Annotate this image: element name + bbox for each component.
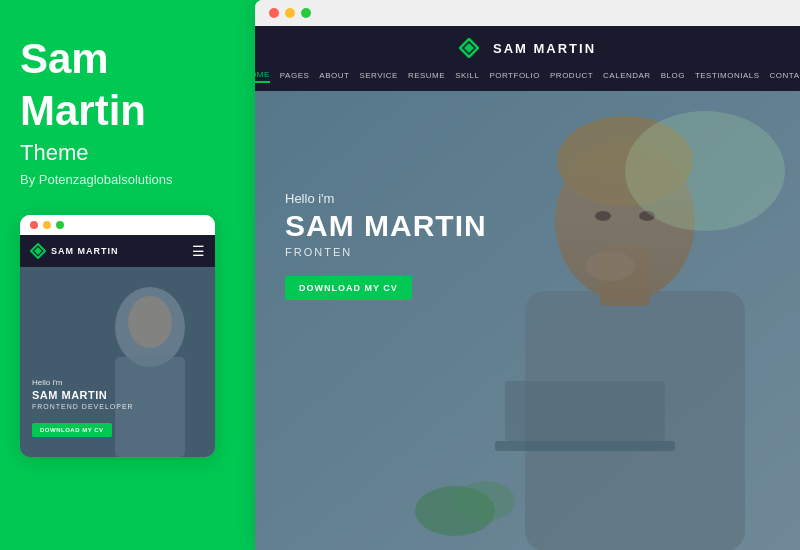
mobile-role: FRONTEND DEVELOPER: [32, 403, 134, 410]
nav-link-testimonials[interactable]: TESTIMONIALS: [695, 69, 760, 82]
dot-yellow: [43, 221, 51, 229]
desktop-nav-links: HOME PAGES ABOUT SERVICE RESUME SKILL PO…: [255, 68, 800, 91]
mobile-nav-logo: SAM MARTIN: [30, 243, 119, 259]
desktop-window-dots: [255, 0, 800, 26]
mobile-hello: Hello i'm: [32, 378, 134, 387]
nav-link-skill[interactable]: SKILL: [455, 69, 479, 82]
nav-link-calendar[interactable]: CALENDAR: [603, 69, 651, 82]
svg-marker-8: [464, 43, 474, 53]
mobile-preview: SAM MARTIN ☰ Hello i'm SAM MARTIN FRONTE…: [20, 215, 215, 457]
dot-green: [56, 221, 64, 229]
nav-link-contact[interactable]: CONTACT: [770, 69, 800, 82]
desktop-nav: SAM MARTIN HOME PAGES ABOUT SERVICE RESU…: [255, 26, 800, 91]
nav-link-resume[interactable]: RESUME: [408, 69, 445, 82]
theme-title: Sam Martin: [20, 36, 228, 140]
nav-link-pages[interactable]: PAGES: [280, 69, 309, 82]
hamburger-icon[interactable]: ☰: [192, 243, 205, 259]
theme-by: By Potenzaglobalsolutions: [20, 172, 228, 187]
desktop-hello: Hello i'm: [285, 191, 487, 206]
desktop-dot-yellow: [285, 8, 295, 18]
desktop-cv-button[interactable]: DOWNLOAD MY CV: [285, 276, 412, 300]
mobile-hero: Hello i'm SAM MARTIN FRONTEND DEVELOPER …: [20, 267, 215, 457]
mobile-brand: SAM MARTIN: [51, 246, 119, 256]
desktop-name: SAM MARTIN: [285, 211, 487, 241]
nav-link-service[interactable]: SERVICE: [359, 69, 397, 82]
desktop-hero: Hello i'm SAM MARTIN FRONTEN DOWNLOAD MY…: [255, 91, 800, 550]
mobile-hero-text: Hello i'm SAM MARTIN FRONTEND DEVELOPER …: [32, 378, 134, 437]
nav-link-portfolio[interactable]: PORTFOLIO: [489, 69, 540, 82]
dot-red: [30, 221, 38, 229]
left-panel: Sam Martin Theme By Potenzaglobalsolutio…: [0, 0, 248, 550]
hero-person-illustration: [255, 91, 800, 550]
nav-link-blog[interactable]: BLOG: [661, 69, 685, 82]
desktop-nav-brand-row: SAM MARTIN: [459, 26, 596, 68]
mobile-cv-button[interactable]: DOWNLOAD MY CV: [32, 423, 112, 437]
nav-link-home[interactable]: HOME: [255, 68, 270, 83]
mobile-nav: SAM MARTIN ☰: [20, 235, 215, 267]
nav-link-product[interactable]: PRODUCT: [550, 69, 593, 82]
desktop-brand: SAM MARTIN: [493, 41, 596, 56]
desktop-dot-red: [269, 8, 279, 18]
nav-link-about[interactable]: ABOUT: [319, 69, 349, 82]
desktop-role: FRONTEN: [285, 246, 487, 258]
diamond-icon: [30, 243, 46, 259]
desktop-hero-text: Hello i'm SAM MARTIN FRONTEN DOWNLOAD MY…: [285, 191, 487, 300]
desktop-dot-green: [301, 8, 311, 18]
svg-point-22: [625, 111, 785, 231]
theme-subtitle: Theme: [20, 140, 228, 166]
mobile-window-dots: [20, 215, 215, 235]
desktop-diamond-icon: [459, 38, 479, 58]
desktop-preview: SAM MARTIN HOME PAGES ABOUT SERVICE RESU…: [255, 0, 800, 550]
mobile-name: SAM MARTIN: [32, 389, 134, 401]
